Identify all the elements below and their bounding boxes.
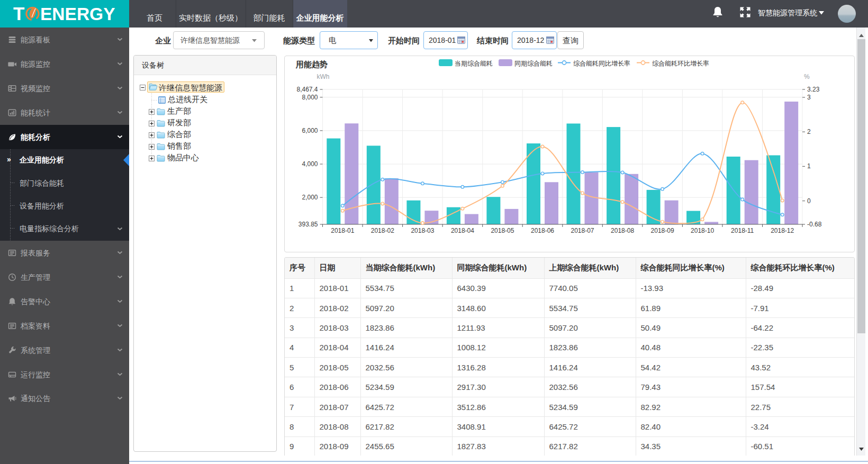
svg-text:ENERGY: ENERGY (40, 4, 115, 24)
svg-text:%: % (804, 73, 810, 80)
svg-text:8,467.4: 8,467.4 (296, 86, 318, 93)
svg-text:2018-09: 2018-09 (651, 227, 674, 234)
svg-text:2,000: 2,000 (302, 194, 318, 201)
svg-text:2018-08: 2018-08 (611, 227, 634, 234)
svg-text:2018-02: 2018-02 (371, 227, 394, 234)
svg-text:1: 1 (807, 162, 811, 170)
svg-text:2018-12: 2018-12 (771, 227, 794, 234)
svg-text:3.23: 3.23 (807, 86, 820, 93)
svg-text:2018-07: 2018-07 (571, 227, 594, 234)
svg-text:393.85: 393.85 (299, 221, 318, 228)
svg-text:2018-01: 2018-01 (331, 227, 354, 234)
svg-text:2018-10: 2018-10 (691, 227, 714, 234)
svg-text:2018-04: 2018-04 (451, 227, 474, 234)
svg-text:T: T (13, 3, 24, 24)
svg-text:0: 0 (807, 197, 811, 205)
svg-text:2: 2 (807, 128, 811, 135)
svg-text:8,000: 8,000 (302, 94, 318, 101)
svg-text:4,000: 4,000 (302, 160, 318, 168)
svg-text:2018-06: 2018-06 (531, 227, 554, 234)
svg-text:2018-11: 2018-11 (731, 227, 754, 234)
svg-text:-0.68: -0.68 (807, 221, 822, 228)
svg-text:3: 3 (807, 94, 811, 101)
svg-text:6,000: 6,000 (302, 127, 318, 134)
svg-text:2018-05: 2018-05 (491, 227, 514, 234)
svg-text:2018-03: 2018-03 (411, 227, 434, 234)
svg-text:kWh: kWh (317, 73, 330, 80)
